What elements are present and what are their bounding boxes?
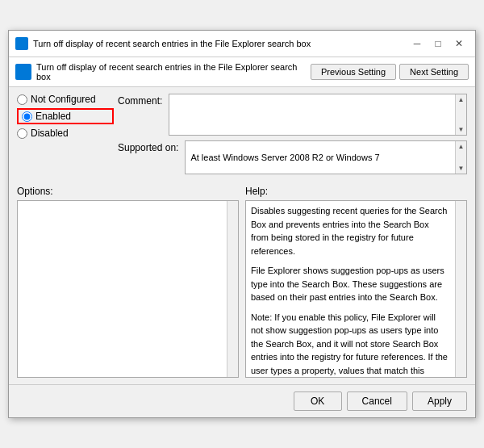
options-panel: [17, 200, 239, 378]
subtitle-left: Turn off display of recent search entrie…: [15, 62, 311, 82]
dialog-icon: [15, 37, 28, 50]
title-bar: Turn off display of recent search entrie…: [9, 31, 475, 57]
supported-area: At least Windows Server 2008 R2 or Windo…: [185, 140, 467, 174]
subtitle-icon: [15, 64, 31, 80]
subtitle-bar: Turn off display of recent search entrie…: [9, 57, 475, 87]
apply-button[interactable]: Apply: [412, 391, 467, 411]
enabled-radio[interactable]: [22, 111, 32, 122]
title-controls: ─ □ ✕: [407, 36, 469, 52]
disabled-radio[interactable]: [17, 128, 27, 139]
options-header: Options:: [17, 186, 239, 197]
not-configured-radio-label[interactable]: Not Configured: [17, 94, 114, 105]
comment-scrollbar: ▲ ▼: [455, 94, 466, 135]
options-scrollbar[interactable]: [227, 201, 238, 377]
enabled-label: Enabled: [35, 111, 71, 122]
supported-value: At least Windows Server 2008 R2 or Windo…: [186, 141, 455, 174]
comment-label: Comment:: [118, 94, 162, 136]
main-content: Not Configured Enabled Disabled Comment:: [9, 87, 475, 384]
options-section: Options:: [17, 186, 239, 378]
subtitle-text: Turn off display of recent search entrie…: [36, 62, 311, 82]
supported-scroll-up: ▲: [458, 143, 465, 150]
supported-scroll-down: ▼: [458, 165, 465, 172]
comment-area: ▲ ▼: [169, 94, 467, 136]
maximize-button[interactable]: □: [428, 36, 448, 52]
comment-row: Comment: ▲ ▼: [118, 94, 467, 136]
supported-label: Supported on:: [118, 140, 178, 174]
comment-input[interactable]: [169, 94, 455, 135]
nav-buttons: Previous Setting Next Setting: [311, 64, 469, 80]
ok-button[interactable]: OK: [294, 391, 342, 411]
cancel-button[interactable]: Cancel: [347, 391, 407, 411]
minimize-button[interactable]: ─: [407, 36, 427, 52]
not-configured-radio[interactable]: [17, 94, 27, 105]
help-header: Help:: [245, 186, 467, 197]
next-setting-button[interactable]: Next Setting: [399, 64, 469, 80]
enabled-radio-label[interactable]: Enabled: [17, 108, 114, 124]
previous-setting-button[interactable]: Previous Setting: [311, 64, 396, 80]
radio-section: Not Configured Enabled Disabled: [17, 94, 114, 139]
options-help-row: Options: Help: Disables suggesting recen…: [17, 186, 467, 378]
bottom-bar: OK Cancel Apply: [9, 384, 475, 417]
help-section: Help: Disables suggesting recent queries…: [245, 186, 467, 378]
title-bar-left: Turn off display of recent search entrie…: [15, 37, 311, 50]
disabled-radio-label[interactable]: Disabled: [17, 128, 114, 139]
disabled-label: Disabled: [31, 128, 69, 139]
help-scrollbar[interactable]: [455, 201, 466, 377]
supported-scrollbar: ▲ ▼: [455, 141, 466, 174]
help-text: Disables suggesting recent queries for t…: [251, 204, 461, 378]
title-bar-text: Turn off display of recent search entrie…: [33, 39, 311, 48]
right-section: Comment: ▲ ▼ Supported on: At least Wind…: [118, 94, 467, 174]
dialog-window: Turn off display of recent search entrie…: [8, 30, 476, 418]
close-button[interactable]: ✕: [449, 36, 469, 52]
scroll-down-arrow: ▼: [458, 126, 465, 133]
help-panel: Disables suggesting recent queries for t…: [245, 200, 467, 378]
not-configured-label: Not Configured: [31, 94, 96, 105]
top-area: Not Configured Enabled Disabled Comment:: [17, 94, 467, 181]
supported-row: Supported on: At least Windows Server 20…: [118, 140, 467, 174]
scroll-up-arrow: ▲: [458, 96, 465, 103]
